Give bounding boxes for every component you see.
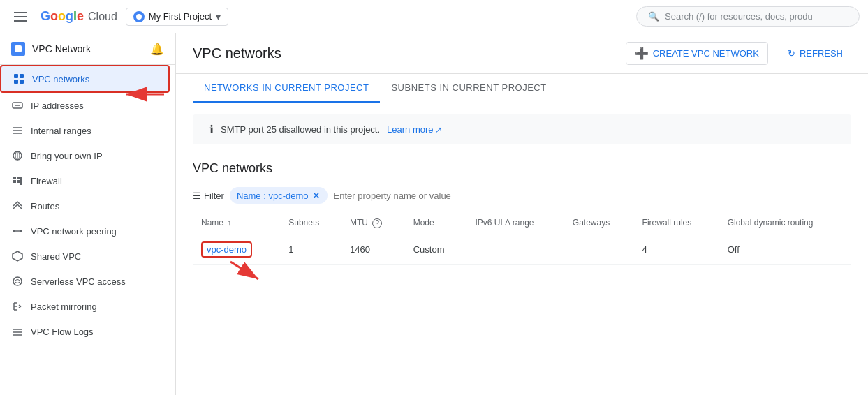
project-selector[interactable]: My First Project ▾ <box>126 8 228 26</box>
svg-rect-17 <box>17 180 20 183</box>
sidebar-item-label: Shared VPC <box>31 251 81 262</box>
google-cloud-logo: Google Cloud <box>41 9 117 24</box>
internal-ranges-icon <box>11 124 24 137</box>
ip-addresses-icon <box>11 99 24 112</box>
shared-vpc-icon <box>11 250 24 262</box>
cell-global-dynamic-routing: Off <box>719 234 851 264</box>
sidebar-item-internal-ranges[interactable]: Internal ranges <box>0 118 170 143</box>
serverless-vpc-access-icon <box>11 275 24 288</box>
col-subnets: Subnets <box>280 212 341 234</box>
col-mode: Mode <box>405 212 467 234</box>
hamburger-button[interactable] <box>8 6 32 27</box>
vpc-network-icon <box>11 42 25 56</box>
sidebar-item-vpc-networks[interactable]: VPC networks <box>0 65 170 93</box>
create-vpc-network-button[interactable]: ➕ CREATE VPC NETWORK <box>626 42 768 65</box>
learn-more-link[interactable]: Learn more ↗ <box>387 124 441 135</box>
packet-mirroring-icon <box>11 300 24 313</box>
svg-rect-14 <box>13 177 16 179</box>
filter-button[interactable]: ☰ Filter <box>193 191 224 201</box>
svg-point-19 <box>13 230 15 232</box>
sidebar-item-label: Routes <box>31 201 59 211</box>
sidebar-item-label: Firewall <box>31 176 62 186</box>
create-button-label: CREATE VPC NETWORK <box>653 48 759 59</box>
info-banner: ℹ SMTP port 25 disallowed in this projec… <box>193 114 851 144</box>
search-icon: 🔍 <box>648 11 659 22</box>
svg-rect-3 <box>20 74 24 78</box>
sidebar-item-label: IP addresses <box>31 100 84 111</box>
filter-label: Filter <box>204 191 224 201</box>
svg-rect-4 <box>14 80 18 84</box>
info-text: SMTP port 25 disallowed in this project. <box>221 124 380 135</box>
col-firewall-rules: Firewall rules <box>634 212 719 234</box>
tab-label: NETWORKS IN CURRENT PROJECT <box>204 82 369 93</box>
filter-chip-label: Name : vpc-demo <box>237 191 309 201</box>
svg-rect-15 <box>17 177 20 179</box>
filter-icon: ☰ <box>193 191 201 201</box>
cell-subnets: 1 <box>280 234 341 264</box>
firewall-icon <box>11 174 24 187</box>
sidebar-item-firewall[interactable]: Firewall <box>0 168 170 193</box>
svg-point-0 <box>136 14 142 20</box>
table-row: vpc-demo 1 1460 Custom 4 Off <box>193 234 851 264</box>
section-title: VPC networks <box>176 156 868 187</box>
vpc-demo-link[interactable]: vpc-demo <box>201 241 252 258</box>
col-ipv6-ula-range: IPv6 ULA range <box>466 212 564 234</box>
svg-rect-2 <box>14 74 18 78</box>
cell-mode: Custom <box>405 234 467 264</box>
filter-chip[interactable]: Name : vpc-demo ✕ <box>230 187 328 204</box>
col-name[interactable]: Name ↑ <box>193 212 280 234</box>
svg-rect-5 <box>20 80 24 84</box>
cell-gateways <box>564 234 634 264</box>
col-mtu: MTU ? <box>341 212 405 234</box>
sidebar-item-label: Serverless VPC access <box>31 276 126 287</box>
refresh-button[interactable]: ↻ REFRESH <box>779 44 851 63</box>
routes-icon <box>11 200 24 212</box>
sidebar-item-ip-addresses[interactable]: IP addresses <box>0 93 170 118</box>
sidebar-item-serverless-vpc-access[interactable]: Serverless VPC access <box>0 269 170 294</box>
svg-rect-1 <box>15 45 22 52</box>
sidebar-item-label: Bring your own IP <box>31 151 103 161</box>
sidebar-item-label: VPC networks <box>32 74 89 84</box>
cell-mtu: 1460 <box>341 234 405 264</box>
cell-firewall-rules: 4 <box>634 234 719 264</box>
cloud-label: Cloud <box>88 10 117 23</box>
sidebar-item-label: VPC Flow Logs <box>31 327 94 337</box>
cell-name: vpc-demo <box>193 234 280 264</box>
svg-point-20 <box>20 230 22 232</box>
tab-label: SUBNETS IN CURRENT PROJECT <box>391 82 546 93</box>
bell-icon[interactable]: 🔔 <box>150 43 164 56</box>
sidebar-item-label: Internal ranges <box>31 126 91 136</box>
sidebar-item-label: VPC network peering <box>31 226 117 237</box>
col-gateways: Gateways <box>564 212 634 234</box>
refresh-button-label: REFRESH <box>800 48 843 59</box>
external-link-icon: ↗ <box>435 125 442 135</box>
sidebar-item-vpc-network-peering[interactable]: VPC network peering <box>0 218 170 244</box>
sidebar-item-shared-vpc[interactable]: Shared VPC <box>0 244 170 269</box>
tab-subnets-in-current-project[interactable]: SUBNETS IN CURRENT PROJECT <box>380 74 557 103</box>
sidebar-item-label: Packet mirroring <box>31 301 97 312</box>
help-icon[interactable]: ? <box>372 218 382 228</box>
add-icon: ➕ <box>635 47 649 60</box>
info-icon: ℹ <box>209 123 214 136</box>
sidebar-section-title: VPC Network <box>32 43 91 54</box>
filter-chip-close-icon[interactable]: ✕ <box>312 190 321 201</box>
bring-your-own-ip-icon <box>11 149 24 162</box>
sidebar-item-bring-your-own-ip[interactable]: Bring your own IP <box>0 143 170 168</box>
sidebar-item-vpc-flow-logs[interactable]: VPC Flow Logs <box>0 319 170 344</box>
search-placeholder: Search (/) for resources, docs, produ <box>665 11 813 22</box>
chevron-down-icon: ▾ <box>216 11 221 22</box>
svg-line-28 <box>19 306 21 308</box>
tab-networks-in-current-project[interactable]: NETWORKS IN CURRENT PROJECT <box>193 74 380 103</box>
svg-rect-16 <box>13 180 16 183</box>
search-bar[interactable]: 🔍 Search (/) for resources, docs, produ <box>636 6 860 27</box>
sidebar-item-packet-mirroring[interactable]: Packet mirroring <box>0 294 170 319</box>
col-name-label: Name <box>201 218 223 228</box>
learn-more-label: Learn more <box>387 124 433 135</box>
cell-ipv6-ula-range <box>466 234 564 264</box>
refresh-icon: ↻ <box>788 48 795 59</box>
sidebar-item-routes[interactable]: Routes <box>0 193 170 218</box>
vpc-networks-icon <box>13 73 25 85</box>
filter-input[interactable] <box>333 191 851 201</box>
project-name: My First Project <box>149 11 212 22</box>
sort-icon: ↑ <box>227 218 231 228</box>
